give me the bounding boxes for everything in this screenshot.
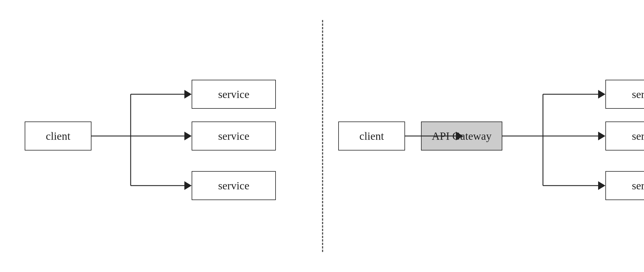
right-service3-box: service: [605, 171, 644, 200]
divider: [322, 20, 323, 252]
svg-marker-17: [598, 181, 605, 190]
svg-marker-13: [598, 90, 605, 99]
api-gateway-label: API Gateway: [432, 130, 492, 142]
api-gateway-box: API Gateway: [421, 122, 502, 150]
left-service3-box: service: [192, 171, 276, 200]
left-service3-label: service: [218, 179, 249, 192]
right-service1-box: service: [605, 80, 644, 109]
left-client-label: client: [46, 130, 70, 142]
canvas: client service service service client AP…: [0, 0, 644, 272]
left-service2-label: service: [218, 130, 249, 142]
right-service2-box: service: [605, 122, 644, 150]
left-client-box: client: [25, 122, 91, 150]
left-service2-box: service: [192, 122, 276, 150]
svg-marker-5: [184, 132, 192, 140]
left-service1-label: service: [218, 88, 249, 101]
right-client-box: client: [338, 122, 405, 150]
left-service1-box: service: [192, 80, 276, 109]
right-service1-label: service: [632, 88, 644, 101]
svg-marker-3: [184, 90, 192, 99]
right-client-label: client: [359, 130, 384, 142]
svg-marker-7: [184, 181, 192, 190]
right-service2-label: service: [632, 130, 644, 142]
right-service3-label: service: [632, 179, 644, 192]
svg-marker-15: [598, 132, 605, 140]
